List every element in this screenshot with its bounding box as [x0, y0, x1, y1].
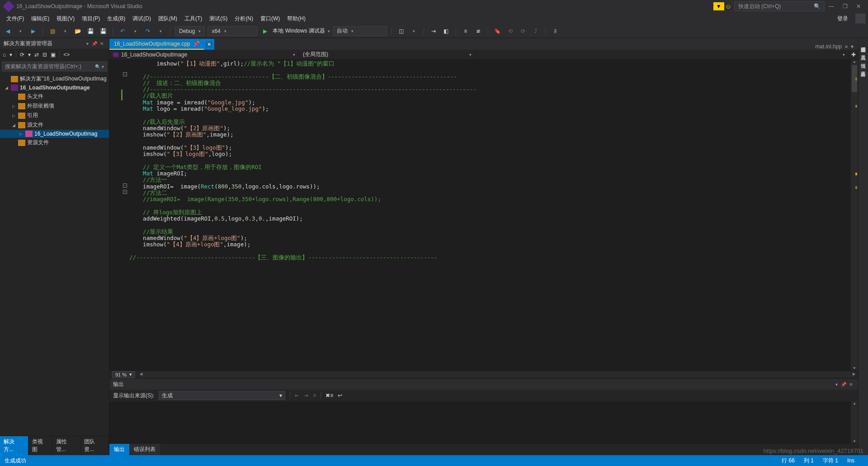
preview-tab[interactable]: mat.inl.hpp ✕ ▾ [811, 43, 858, 50]
toolbar-btn-4[interactable]: ⟲ [505, 26, 515, 36]
zoom-combo[interactable]: 91 %▾ [112, 371, 135, 378]
toolbar-btn-3[interactable]: ◧ [441, 26, 451, 36]
menu-debug[interactable]: 调试(D) [129, 13, 155, 24]
menu-test[interactable]: 测试(S) [206, 13, 231, 24]
sign-in-link[interactable]: 登录 [832, 13, 854, 24]
toolbar-btn-6[interactable]: ⤴ [531, 26, 541, 36]
menu-file[interactable]: 文件(F) [3, 13, 28, 24]
save-all-button[interactable]: 💾 [98, 26, 108, 36]
solution-tree[interactable]: 解决方案"16_LoadShowOutputImag◢16_LoadShowOu… [0, 72, 109, 436]
notification-flag-icon[interactable]: ▼ [713, 2, 724, 10]
menu-build[interactable]: 生成(B) [104, 13, 129, 24]
close-icon[interactable]: ✕ [206, 42, 212, 47]
restore-button[interactable]: ❐ [838, 3, 852, 9]
collapse-icon[interactable]: ⊟ [42, 52, 47, 58]
scope-global[interactable]: (全局范围) ▾ [299, 50, 476, 59]
horizontal-scrollbar[interactable]: ◀ ▶ [140, 372, 855, 377]
autohide-options-icon[interactable]: ▾ [84, 41, 91, 46]
pin-icon[interactable]: 📌 [91, 41, 98, 46]
output-tab[interactable]: 错误列表 [129, 444, 160, 455]
minimize-button[interactable]: — [825, 3, 838, 9]
fold-icon[interactable]: − [123, 184, 127, 188]
tree-item[interactable]: ▷引用 [0, 111, 109, 120]
undo-button[interactable]: ↶ [118, 26, 127, 36]
comment-button[interactable]: ≡ [461, 26, 471, 36]
output-wrap-icon[interactable]: ↩ [338, 392, 342, 399]
scope-member[interactable]: ▾ [476, 52, 849, 58]
config-combo[interactable]: Debug▾ [175, 26, 205, 36]
menu-view[interactable]: 视图(V) [53, 13, 78, 24]
fold-icon[interactable]: − [123, 72, 127, 76]
sidebar-tab[interactable]: 团队资... [80, 436, 109, 455]
user-avatar-icon[interactable] [855, 14, 865, 24]
panel-close-icon[interactable]: ✕ [847, 382, 854, 387]
toolbar-btn-2[interactable]: ⇥ [429, 26, 439, 36]
right-tab-server-explorer[interactable]: 服务器资源管理器 [859, 40, 868, 47]
right-tab-toolbox[interactable]: 工具箱 [859, 48, 868, 55]
pin-icon[interactable]: 📌 [193, 41, 200, 47]
vertical-scrollbar[interactable]: ▲ ▼ [851, 60, 858, 370]
uncomment-button[interactable]: ≢ [473, 26, 483, 36]
solution-search-input[interactable]: 搜索解决方案资源管理器(Ctrl+;) 🔍 ▾ [2, 61, 107, 71]
tree-item[interactable]: 资源文件 [0, 138, 109, 147]
split-editor-icon[interactable]: ✚ [849, 52, 858, 58]
tree-item[interactable]: ◢源文件 [0, 120, 109, 130]
sidebar-tab[interactable]: 解决方... [0, 436, 28, 455]
close-icon[interactable]: ✕ [844, 44, 848, 49]
nav-back-dropdown[interactable]: ▾ [15, 26, 25, 36]
autohide-options-icon[interactable]: ▾ [833, 382, 840, 387]
home-icon[interactable]: ⌂ [3, 52, 6, 58]
bookmark-button[interactable]: 🔖 [493, 26, 503, 36]
toolbar-btn-5[interactable]: ⟳ [518, 26, 528, 36]
code-editor[interactable]: imshow("【1】动漫图",girl);//显示名为 "【1】动漫图"的窗口… [127, 60, 858, 370]
panel-close-icon[interactable]: ✕ [98, 41, 105, 46]
output-btn-2[interactable]: ⇥ [304, 392, 308, 399]
right-tab-properties[interactable]: 属性 [859, 56, 868, 63]
menu-help[interactable]: 帮助(H) [283, 13, 309, 24]
platform-combo[interactable]: x64▾ [208, 26, 257, 36]
menu-window[interactable]: 窗口(W) [257, 13, 283, 24]
new-project-button[interactable]: ▧ [47, 26, 57, 36]
menu-edit[interactable]: 编辑(E) [28, 13, 53, 24]
nav-back-button[interactable]: ◀ [3, 26, 13, 36]
properties-icon[interactable]: <> [63, 52, 70, 58]
output-content[interactable]: ▲ ▼ [109, 401, 858, 443]
menu-team[interactable]: 团队(M) [155, 13, 181, 24]
start-debug-button[interactable]: ▶ [260, 26, 270, 36]
editor-tab-close[interactable]: ✕ [204, 39, 214, 50]
pin-icon[interactable]: 📌 [840, 382, 847, 387]
tree-item[interactable]: ▷16_LoadShowOutputImag [0, 130, 109, 138]
tree-item[interactable]: 解决方案"16_LoadShowOutputImag [0, 74, 109, 84]
fold-icon[interactable]: + [123, 190, 127, 194]
debugger-label[interactable]: 本地 Windows 调试器 [273, 27, 325, 35]
save-button[interactable]: 💾 [85, 26, 95, 36]
tree-item[interactable]: 头文件 [0, 92, 109, 101]
refresh-icon[interactable]: ⟳ [20, 52, 24, 58]
right-tab-diagnostics[interactable]: 诊断工具 [859, 64, 868, 71]
output-source-combo[interactable]: 生成▾ [159, 391, 285, 400]
feedback-smile-icon[interactable]: ☺ [725, 3, 731, 10]
sync-icon[interactable]: ⇄ [34, 52, 39, 58]
close-button[interactable]: ✕ [852, 3, 865, 9]
output-tab[interactable]: 输出 [109, 444, 129, 455]
menu-project[interactable]: 项目(P) [78, 13, 104, 24]
open-file-button[interactable]: 📂 [73, 26, 83, 36]
output-btn-1[interactable]: ⇤ [295, 392, 299, 399]
scope-project[interactable]: 16_LoadShowOutputImage ▾ [109, 51, 299, 59]
show-all-icon[interactable]: ▣ [51, 52, 56, 58]
toolbar-btn-7[interactable]: ⫔ [550, 26, 560, 36]
quick-launch-input[interactable]: 快速启动 (Ctrl+Q) 🔍 [734, 1, 825, 11]
redo-button[interactable]: ↷ [143, 26, 153, 36]
sidebar-tab[interactable]: 属性管... [52, 436, 81, 455]
output-btn-3[interactable]: ≡ [313, 392, 316, 399]
output-clear-icon[interactable]: ✖≡ [326, 392, 333, 399]
menu-tools[interactable]: 工具(T) [181, 13, 206, 24]
tree-item[interactable]: ◢16_LoadShowOutputImage [0, 84, 109, 92]
output-scrollbar[interactable]: ▲ ▼ [851, 401, 858, 443]
tree-item[interactable]: ▷外部依赖项 [0, 101, 109, 111]
menu-analyze[interactable]: 分析(N) [231, 13, 257, 24]
editor-tab-active[interactable]: 16_LoadShowOutputImage.cpp 📌 [109, 39, 204, 50]
run-mode-combo[interactable]: 自动▾ [333, 26, 387, 36]
nav-fwd-button[interactable]: ▶ [28, 26, 38, 36]
toolbar-btn-1[interactable]: ◫ [396, 26, 406, 36]
